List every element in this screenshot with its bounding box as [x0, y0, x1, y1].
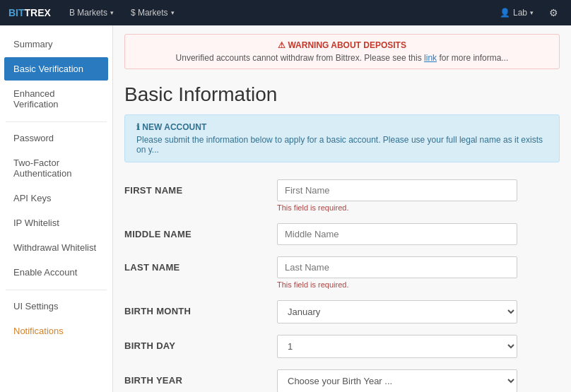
sidebar-item-summary[interactable]: Summary — [4, 32, 108, 56]
birth-month-row: BIRTH MONTH JanuaryFebruaryMarch AprilMa… — [124, 300, 560, 323]
warning-text: Unverified accounts cannot withdraw from… — [136, 53, 548, 63]
birth-year-field: Choose your Birth Year ... This field is… — [277, 369, 560, 392]
info-box-text: Please submit the information below to a… — [136, 135, 548, 155]
info-box-title: NEW ACCOUNT — [136, 122, 548, 132]
birth-day-label: BIRTH DAY — [124, 335, 266, 351]
sidebar-divider-1 — [6, 121, 107, 122]
b-markets-label: B Markets — [69, 8, 107, 18]
b-markets-chevron: ▾ — [110, 9, 114, 16]
sidebar-divider-2 — [6, 290, 107, 290]
sidebar-group-settings: UI Settings Notifications — [0, 295, 112, 343]
sidebar: Summary Basic Verification Enhanced Veri… — [0, 25, 113, 392]
sidebar-item-enhanced-verification[interactable]: Enhanced Verification — [4, 82, 108, 116]
logo: BITTREX — [8, 7, 51, 18]
b-markets-menu[interactable]: B Markets ▾ — [62, 0, 121, 25]
sidebar-item-withdrawal-whitelist[interactable]: Withdrawal Whitelist — [4, 236, 108, 259]
last-name-label: LAST NAME — [124, 256, 266, 273]
birth-day-row: BIRTH DAY 12345 678910 1112131415 161718… — [124, 335, 560, 358]
user-icon: 👤 — [500, 8, 510, 18]
first-name-field: This field is required. — [277, 179, 560, 212]
sidebar-item-ip-whitelist[interactable]: IP Whitelist — [4, 211, 108, 234]
user-menu[interactable]: 👤 Lab ▾ — [494, 8, 539, 18]
topnav: BITTREX B Markets ▾ $ Markets ▾ 👤 Lab ▾ … — [0, 0, 571, 25]
birth-year-select[interactable]: Choose your Birth Year ... — [277, 369, 517, 392]
sidebar-item-ui-settings[interactable]: UI Settings — [4, 295, 108, 318]
middle-name-row: MIDDLE NAME — [124, 223, 560, 245]
info-box: NEW ACCOUNT Please submit the informatio… — [124, 114, 560, 162]
sidebar-group-security: Password Two-Factor Authentication API K… — [0, 126, 112, 284]
last-name-row: LAST NAME This field is required. — [124, 256, 560, 289]
sidebar-item-enable-account[interactable]: Enable Account — [4, 261, 108, 284]
last-name-error: This field is required. — [277, 280, 560, 289]
birth-year-row: BIRTH YEAR Choose your Birth Year ... Th… — [124, 369, 560, 392]
warning-text-before: Unverified accounts cannot withdraw from… — [176, 53, 422, 63]
user-chevron: ▾ — [530, 9, 534, 16]
usd-markets-chevron: ▾ — [171, 9, 175, 16]
sidebar-item-notifications[interactable]: Notifications — [4, 319, 108, 343]
form-area: FIRST NAME This field is required. MIDDL… — [113, 174, 571, 392]
main-content: WARNING ABOUT DEPOSITS Unverified accoun… — [113, 25, 571, 392]
page-title: Basic Information — [113, 78, 571, 114]
first-name-label: FIRST NAME — [124, 179, 266, 196]
usd-markets-label: $ Markets — [131, 8, 168, 18]
first-name-input[interactable] — [277, 179, 517, 201]
middle-name-field — [277, 223, 560, 245]
warning-title: WARNING ABOUT DEPOSITS — [136, 40, 548, 50]
sidebar-item-two-factor[interactable]: Two-Factor Authentication — [4, 151, 108, 185]
birth-month-field: JanuaryFebruaryMarch AprilMayJune JulyAu… — [277, 300, 560, 323]
settings-icon[interactable]: ⚙ — [545, 7, 563, 18]
usd-markets-menu[interactable]: $ Markets ▾ — [124, 0, 182, 25]
middle-name-label: MIDDLE NAME — [124, 223, 266, 239]
middle-name-input[interactable] — [277, 223, 517, 245]
sidebar-group-verification: Summary Basic Verification Enhanced Veri… — [0, 32, 112, 116]
birth-day-field: 12345 678910 1112131415 1617181920 21222… — [277, 335, 560, 358]
warning-text-after: for more informa... — [439, 53, 508, 63]
topnav-menu: B Markets ▾ $ Markets ▾ — [62, 0, 494, 25]
sidebar-item-password[interactable]: Password — [4, 126, 108, 150]
birth-year-label: BIRTH YEAR — [124, 369, 266, 386]
sidebar-item-api-keys[interactable]: API Keys — [4, 186, 108, 210]
birth-month-select[interactable]: JanuaryFebruaryMarch AprilMayJune JulyAu… — [277, 300, 517, 323]
birth-month-label: BIRTH MONTH — [124, 300, 266, 316]
topnav-right: 👤 Lab ▾ ⚙ — [494, 7, 563, 18]
layout: Summary Basic Verification Enhanced Veri… — [0, 25, 571, 392]
last-name-input[interactable] — [277, 256, 517, 278]
last-name-field: This field is required. — [277, 256, 560, 289]
sidebar-item-basic-verification[interactable]: Basic Verification — [4, 57, 108, 81]
warning-banner: WARNING ABOUT DEPOSITS Unverified accoun… — [124, 34, 560, 69]
birth-day-select[interactable]: 12345 678910 1112131415 1617181920 21222… — [277, 335, 517, 358]
first-name-error: This field is required. — [277, 203, 560, 212]
user-label: Lab — [513, 8, 527, 18]
first-name-row: FIRST NAME This field is required. — [124, 179, 560, 212]
warning-link[interactable]: link — [424, 53, 437, 63]
